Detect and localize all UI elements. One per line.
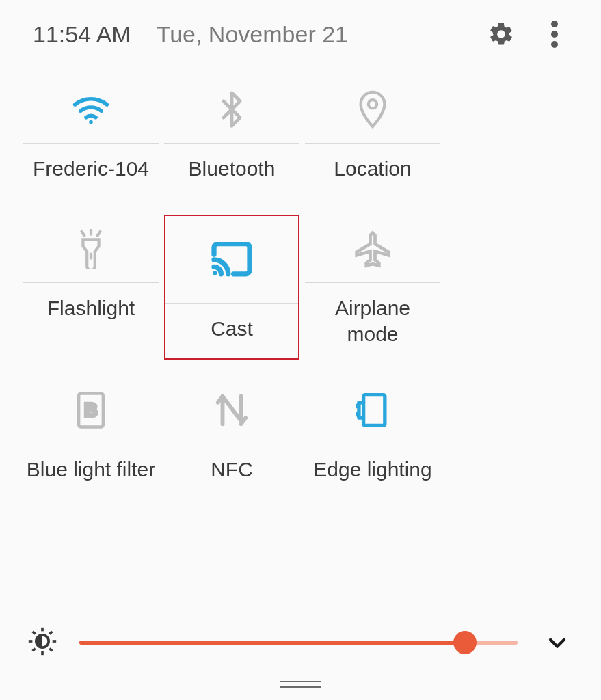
- quick-settings-grid: Frederic-104BluetoothLocationFlashlightC…: [0, 62, 601, 515]
- tile-airplane[interactable]: Airplane mode: [305, 215, 440, 360]
- header-date: Tue, November 21: [157, 21, 488, 48]
- more-vert-icon: [550, 21, 559, 48]
- tile-bluelight[interactable]: BBlue light filter: [23, 376, 159, 499]
- brightness-expand-button[interactable]: [541, 626, 574, 659]
- tile-label: Cast: [165, 304, 298, 358]
- svg-point-3: [89, 120, 93, 123]
- panel-drag-handle[interactable]: [280, 681, 321, 688]
- edgelight-icon: [305, 376, 440, 444]
- wifi-icon: [23, 75, 159, 144]
- brightness-row: [0, 626, 601, 659]
- tile-nfc[interactable]: NFC: [164, 376, 299, 499]
- cast-icon: [165, 216, 298, 304]
- tile-label: Edge lighting: [305, 444, 440, 499]
- status-header: 11:54 AM Tue, November 21: [0, 0, 601, 62]
- tile-label: Airplane mode: [305, 283, 440, 347]
- svg-line-19: [49, 648, 52, 651]
- tile-label: Bluetooth: [164, 144, 299, 198]
- chevron-down-icon: [546, 631, 569, 654]
- tile-label: Blue light filter: [23, 444, 159, 499]
- svg-point-4: [369, 100, 377, 108]
- tile-bluetooth[interactable]: Bluetooth: [164, 75, 299, 198]
- svg-point-2: [551, 41, 558, 48]
- nfc-icon: [164, 376, 299, 444]
- flashlight-icon: [23, 215, 159, 283]
- location-icon: [305, 75, 440, 144]
- header-divider: [144, 23, 144, 46]
- gear-icon: [488, 21, 515, 48]
- svg-point-0: [551, 21, 558, 27]
- svg-line-21: [49, 632, 52, 634]
- clock-time: 11:54 AM: [33, 21, 131, 48]
- bluelight-icon: B: [23, 376, 159, 444]
- svg-line-20: [33, 648, 36, 651]
- brightness-icon: [27, 626, 60, 659]
- svg-point-9: [213, 271, 217, 275]
- airplane-icon: [305, 215, 440, 283]
- tile-edgelight[interactable]: Edge lighting: [305, 376, 440, 499]
- svg-line-6: [81, 231, 84, 235]
- brightness-slider[interactable]: [79, 632, 518, 653]
- svg-rect-12: [364, 394, 385, 425]
- tile-label: NFC: [164, 444, 299, 499]
- tile-flashlight[interactable]: Flashlight: [23, 215, 159, 360]
- svg-line-7: [98, 231, 101, 235]
- svg-text:B: B: [84, 399, 97, 420]
- svg-point-1: [551, 31, 558, 38]
- tile-label: Frederic-104: [23, 144, 159, 198]
- tile-label: Location: [305, 144, 440, 198]
- settings-button[interactable]: [488, 21, 515, 48]
- bluetooth-icon: [164, 75, 299, 144]
- tile-location[interactable]: Location: [305, 75, 440, 198]
- tile-wifi[interactable]: Frederic-104: [23, 75, 159, 198]
- svg-line-18: [33, 632, 36, 634]
- more-options-button[interactable]: [541, 21, 568, 48]
- tile-label: Flashlight: [23, 283, 159, 338]
- tile-cast[interactable]: Cast: [164, 215, 299, 360]
